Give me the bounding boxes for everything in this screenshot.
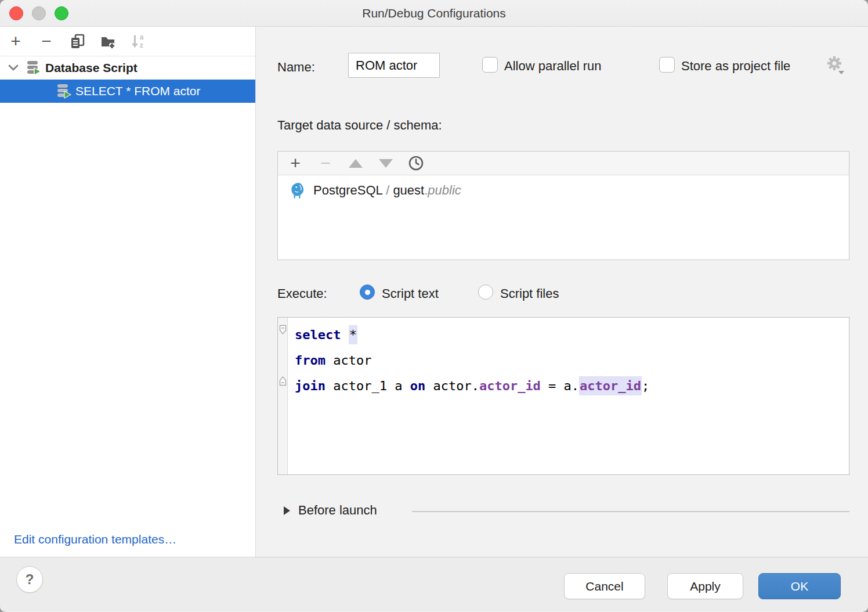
- tree-item-select-from-actor[interactable]: SELECT * FROM actor: [0, 80, 255, 103]
- allow-parallel-run-checkbox[interactable]: [482, 57, 498, 73]
- code-token: [341, 327, 348, 342]
- script-files-radio[interactable]: [478, 285, 493, 300]
- expand-triangle-icon[interactable]: [284, 506, 290, 515]
- copy-configuration-button[interactable]: [69, 33, 85, 49]
- clock-icon: [408, 155, 424, 171]
- close-window-icon[interactable]: [9, 6, 23, 20]
- copy-icon: [70, 34, 85, 49]
- database-script-icon: [24, 59, 42, 77]
- script-text-editor[interactable]: select *from actorjoin actor_1 a on acto…: [277, 317, 849, 475]
- tree-group-database-script[interactable]: Database Script: [0, 56, 255, 80]
- gear-icon: [826, 55, 845, 75]
- plus-icon: +: [290, 156, 301, 171]
- data-source-toolbar: + −: [278, 152, 849, 175]
- arrow-down-icon: [379, 159, 393, 168]
- dialog-footer: ? Cancel Apply OK: [0, 557, 868, 611]
- code-token: on: [410, 379, 426, 393]
- title-bar: Run/Debug Configurations: [0, 0, 868, 27]
- code-line-1[interactable]: select *: [295, 322, 849, 348]
- store-as-project-file-label: Store as project file: [681, 59, 790, 74]
- ok-button[interactable]: OK: [758, 573, 841, 599]
- database-script-icon: [55, 82, 72, 100]
- target-data-source-label: Target data source / schema:: [277, 118, 442, 133]
- code-token: actor.: [425, 379, 479, 393]
- schema-name: guest: [393, 183, 424, 197]
- run-debug-configurations-dialog: Run/Debug Configurations + −: [0, 0, 868, 612]
- code-token: actor_id: [579, 376, 642, 395]
- code-token: join: [295, 379, 326, 393]
- code-token: = a.: [541, 379, 579, 393]
- code-token: actor_id: [479, 379, 541, 393]
- code-token: select: [295, 327, 341, 342]
- sort-configurations-button[interactable]: a z: [131, 33, 147, 49]
- edit-configuration-templates-link[interactable]: Edit configuration templates…: [14, 532, 176, 546]
- fold-marker-icon[interactable]: [279, 376, 287, 388]
- svg-text:a: a: [140, 33, 144, 41]
- code-token: actor_1 a: [326, 379, 410, 393]
- script-text-radio[interactable]: [360, 285, 375, 300]
- window-controls: [9, 6, 68, 20]
- plus-icon: +: [10, 34, 21, 49]
- tree-group-label: Database Script: [45, 61, 138, 75]
- apply-button[interactable]: Apply: [667, 573, 743, 599]
- sort-alphabetically-icon: a z: [131, 33, 147, 50]
- arrow-up-icon: [349, 159, 363, 168]
- sidebar-toolbar: + −: [0, 27, 255, 56]
- dialog-title: Run/Debug Configurations: [362, 6, 506, 20]
- help-button[interactable]: ?: [16, 566, 43, 593]
- code-token: actor: [326, 353, 371, 368]
- separator: /: [382, 183, 393, 197]
- new-folder-button[interactable]: [100, 33, 116, 49]
- allow-parallel-run-label: Allow parallel run: [504, 59, 602, 74]
- before-launch-label: Before launch: [298, 503, 377, 518]
- code-line-2[interactable]: from actor: [295, 348, 849, 373]
- move-up-button[interactable]: [348, 155, 364, 171]
- schema-visibility: public: [428, 183, 461, 197]
- code-token: *: [349, 325, 357, 344]
- configuration-editor-panel: Name: Allow parallel run Store as projec…: [256, 27, 868, 557]
- chevron-down-icon[interactable]: [7, 64, 20, 72]
- project-file-settings-button[interactable]: [826, 55, 845, 77]
- sql-code[interactable]: select *from actorjoin actor_1 a on acto…: [288, 318, 849, 474]
- new-folder-icon: [100, 33, 116, 49]
- script-files-label: Script files: [500, 286, 559, 301]
- remove-data-source-button[interactable]: −: [317, 155, 334, 171]
- data-source-name: PostgreSQL: [313, 183, 382, 197]
- recent-data-sources-button[interactable]: [408, 155, 424, 171]
- zoom-window-icon[interactable]: [55, 6, 68, 20]
- add-configuration-button[interactable]: +: [8, 33, 24, 49]
- move-down-button[interactable]: [378, 155, 394, 171]
- store-as-project-file-checkbox[interactable]: [659, 57, 675, 73]
- name-input[interactable]: [348, 53, 440, 78]
- minus-icon: −: [320, 156, 331, 171]
- name-label: Name:: [277, 60, 315, 75]
- tree-item-label: SELECT * FROM actor: [75, 84, 201, 98]
- script-text-label: Script text: [382, 286, 439, 301]
- target-data-source-table: + −: [277, 151, 849, 260]
- cancel-button[interactable]: Cancel: [564, 573, 645, 599]
- execute-label: Execute:: [277, 286, 327, 301]
- configurations-sidebar: + −: [0, 27, 256, 557]
- svg-text:z: z: [140, 41, 143, 49]
- code-line-3[interactable]: join actor_1 a on actor.actor_id = a.act…: [295, 373, 849, 399]
- minimize-window-icon[interactable]: [32, 6, 46, 20]
- code-token: ;: [642, 379, 649, 393]
- before-launch-section[interactable]: Before launch: [284, 503, 377, 518]
- data-source-row-postgresql[interactable]: PostgreSQL / guest.public: [278, 178, 849, 203]
- question-mark-icon: ?: [26, 571, 34, 588]
- before-launch-divider: [412, 511, 849, 512]
- postgresql-icon: [290, 182, 308, 200]
- minus-icon: −: [41, 34, 52, 49]
- remove-configuration-button[interactable]: −: [38, 33, 55, 49]
- add-data-source-button[interactable]: +: [287, 155, 303, 171]
- code-token: from: [295, 353, 326, 368]
- fold-marker-icon[interactable]: [279, 325, 287, 337]
- editor-gutter: [278, 318, 288, 474]
